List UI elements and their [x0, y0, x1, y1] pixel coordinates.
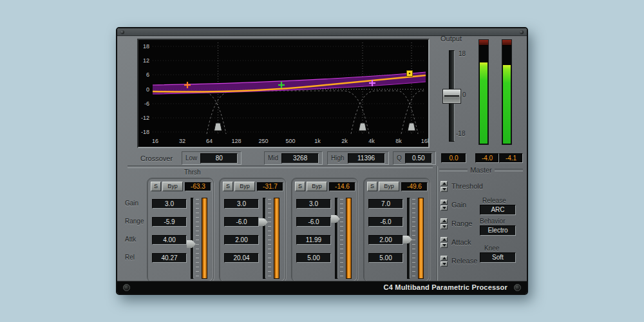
crossover-handle-mid[interactable]: [359, 123, 366, 131]
stepper-label: Range: [451, 220, 472, 227]
fader-scale-label: -18: [456, 130, 465, 137]
threshold-slider-track[interactable]: [263, 198, 266, 279]
gain-value[interactable]: 7.0: [368, 199, 403, 209]
solo-button[interactable]: S: [295, 182, 305, 191]
attack-value[interactable]: 2.00: [224, 235, 259, 245]
window-top-strip: [117, 28, 527, 36]
threshold-slider-track[interactable]: [191, 198, 194, 279]
y-tick-label: 12: [143, 57, 149, 64]
y-tick-label: -18: [141, 129, 149, 135]
stepper-label: Gain: [451, 201, 466, 209]
release-mode-select[interactable]: ARC: [480, 205, 516, 215]
behavior-select[interactable]: Electro: [480, 225, 516, 236]
range-value[interactable]: -6.0: [368, 217, 403, 227]
step-down-button[interactable]: [440, 224, 448, 229]
gain-row-label: Gain: [125, 200, 138, 207]
threshold-slider-handle[interactable]: [331, 215, 340, 223]
crossover-label: Crossover: [140, 155, 173, 162]
release-value[interactable]: 5.00: [296, 253, 331, 263]
gain-value[interactable]: 3.0: [224, 199, 259, 209]
meter-fill: [480, 62, 488, 144]
step-down-button[interactable]: [440, 261, 448, 267]
meter-readout-right[interactable]: -4.1: [499, 153, 523, 163]
x-tick-label: 2k: [341, 138, 348, 144]
threshold-slider-handle[interactable]: [259, 218, 268, 226]
attack-value[interactable]: 11.99: [296, 235, 331, 245]
meter-readout-left[interactable]: -4.0: [475, 153, 499, 163]
crossover-low-value[interactable]: 80: [200, 153, 238, 164]
bypass-button[interactable]: Byp: [379, 182, 399, 191]
range-value[interactable]: -5.9: [152, 217, 187, 227]
y-tick-label: -12: [141, 115, 149, 121]
release-value[interactable]: 5.00: [368, 253, 403, 263]
x-tick-label: 250: [258, 138, 268, 144]
clip-indicator[interactable]: [479, 40, 488, 46]
bypass-button[interactable]: Byp: [234, 182, 255, 191]
crossover-mid-value[interactable]: 3268: [281, 153, 319, 164]
range-value[interactable]: -6.0: [224, 217, 259, 227]
step-up-button[interactable]: [440, 237, 448, 242]
step-down-button[interactable]: [440, 243, 448, 248]
attack-value[interactable]: 2.00: [368, 235, 403, 245]
step-up-button[interactable]: [440, 256, 448, 261]
frequency-graph-panel: 18 12 6 0 -6 -12 -18 16 32 64 128 250 50…: [137, 39, 430, 148]
bypass-button[interactable]: Byp: [307, 182, 327, 191]
clip-indicator[interactable]: [502, 40, 511, 46]
step-up-button[interactable]: [440, 218, 448, 223]
bypass-button[interactable]: Byp: [162, 182, 183, 191]
release-value[interactable]: 20.04: [224, 253, 259, 263]
q-label: Q: [397, 155, 402, 162]
attack-value[interactable]: 4.00: [152, 235, 187, 245]
x-tick-label: 1k: [314, 138, 321, 144]
x-tick-label: 32: [179, 138, 185, 144]
solo-button[interactable]: S: [151, 182, 161, 191]
x-tick-label: 16: [152, 138, 158, 144]
stepper-label: Release: [451, 257, 477, 265]
output-fader-handle[interactable]: [442, 89, 461, 104]
output-fader-readout[interactable]: 0.0: [441, 153, 466, 163]
solo-button[interactable]: S: [223, 182, 233, 191]
gain-value[interactable]: 3.0: [152, 199, 187, 209]
step-up-button[interactable]: [440, 200, 448, 205]
knee-select[interactable]: Soft: [480, 252, 516, 263]
solo-button[interactable]: S: [367, 182, 377, 191]
release-value[interactable]: 40.27: [152, 253, 187, 263]
stepper-label: Attack: [451, 238, 471, 246]
master-stepper-release: Release: [440, 255, 477, 267]
y-tick-label: 0: [146, 86, 149, 93]
crossover-mid-group: Mid 3268: [264, 151, 323, 165]
crossover-high-value[interactable]: 11396: [348, 153, 385, 164]
fader-scale-label: 0: [462, 91, 466, 99]
stepper-control: [440, 181, 448, 192]
threshold-slider-handle[interactable]: [403, 236, 412, 243]
step-up-button[interactable]: [440, 181, 448, 186]
crossover-mid-label: Mid: [268, 155, 278, 162]
q-value[interactable]: 0.50: [405, 153, 432, 164]
y-tick-label: 18: [143, 43, 149, 50]
x-tick-label: 64: [206, 138, 213, 144]
master-header: Master: [437, 166, 525, 174]
threshold-display[interactable]: -14.6: [329, 182, 355, 191]
threshold-slider-track[interactable]: [335, 198, 338, 279]
threshold-display[interactable]: -49.6: [401, 182, 428, 191]
step-down-button[interactable]: [440, 205, 448, 211]
master-section: Master Threshold Gain: [437, 166, 525, 285]
title-bar: C4 Multiband Parametric Processor: [117, 281, 527, 294]
x-tick-label: 8k: [395, 138, 402, 144]
crossover-handle-low[interactable]: [214, 123, 222, 131]
crossover-handle-high[interactable]: [408, 123, 415, 131]
release-mode-label: Release: [482, 197, 506, 204]
gain-value[interactable]: 3.0: [296, 199, 331, 209]
step-down-button[interactable]: [440, 187, 448, 192]
range-value[interactable]: -6.0: [296, 217, 331, 227]
meter-body: [479, 46, 488, 144]
slider-ticks: [268, 199, 271, 278]
threshold-display[interactable]: -31.7: [257, 182, 283, 191]
screw-icon: [120, 30, 124, 34]
band4-marker-icon[interactable]: [407, 71, 413, 77]
threshold-slider-handle[interactable]: [187, 240, 196, 248]
slider-ticks: [412, 199, 415, 278]
threshold-display[interactable]: -63.3: [185, 182, 211, 191]
screw-icon: [520, 30, 524, 34]
meter-body: [502, 46, 511, 144]
